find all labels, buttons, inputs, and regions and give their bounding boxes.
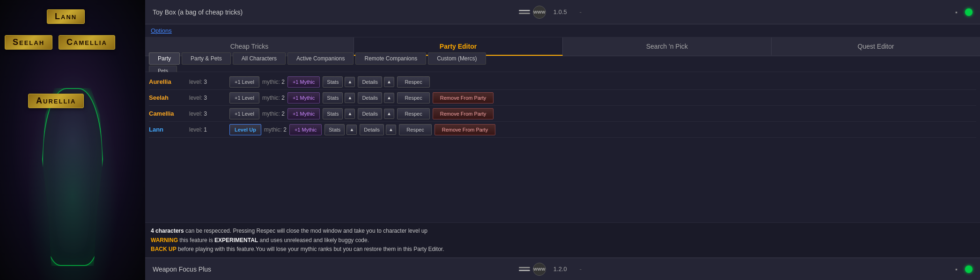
details-group-aurellia: Details ▲ xyxy=(358,76,394,88)
badge-seelah: Camellia xyxy=(59,35,115,50)
btn-details-arrow-lann[interactable]: ▲ xyxy=(386,125,396,135)
btn-level-camellia[interactable]: +1 Level xyxy=(229,108,259,119)
details-group-lann: Details ▲ xyxy=(360,124,396,135)
char-name-aurellia: Aurellia xyxy=(149,78,186,85)
btn-respec-lann[interactable]: Respec xyxy=(399,124,432,135)
mythic-label-lann: mythic: 2 xyxy=(264,126,287,133)
btn-details-arrow-aurellia[interactable]: ▲ xyxy=(384,77,394,87)
btn-details-arrow-camellia[interactable]: ▲ xyxy=(384,109,394,119)
status-dot-2 xyxy=(965,265,973,273)
char-level-camellia: level: 3 xyxy=(189,111,227,117)
btn-level-seelah[interactable]: +1 Level xyxy=(229,92,259,103)
sub-tab-remote-companions[interactable]: Remote Companions xyxy=(355,52,426,65)
info-line-2: WARNING this feature is EXPERIMENTAL and… xyxy=(151,236,974,245)
btn-mythic-seelah[interactable]: +1 Mythic xyxy=(287,92,320,103)
info-text-1: can be respecced. Pressing Respec will c… xyxy=(184,228,427,234)
btn-stats-seelah[interactable]: Stats xyxy=(323,92,343,103)
details-group-camellia: Details ▲ xyxy=(358,108,394,119)
pin-icon[interactable]: ▪ xyxy=(955,8,958,16)
btn-remove-camellia[interactable]: Remove From Party xyxy=(433,108,494,119)
sub-tab-party[interactable]: Party xyxy=(149,52,180,65)
btn-remove-seelah[interactable]: Remove From Party xyxy=(433,92,494,103)
dash-separator: - xyxy=(580,8,582,15)
options-link[interactable]: Options xyxy=(151,27,172,34)
version-2: 1.2.0 xyxy=(553,265,572,273)
btn-level-aurellia[interactable]: +1 Level xyxy=(229,76,259,88)
mythic-label-camellia: mythic: 2 xyxy=(262,111,285,117)
info-line-1: 4 characters can be respecced. Pressing … xyxy=(151,227,974,236)
www-icon[interactable]: WWW xyxy=(533,6,546,19)
conn-line-2 xyxy=(519,13,530,14)
char-level-lann: level: 1 xyxy=(189,126,227,133)
connection-icon-2 xyxy=(519,267,530,271)
info-panel: 4 characters can be respecced. Pressing … xyxy=(145,222,980,258)
tab-quest-editor[interactable]: Quest Editor xyxy=(772,37,980,56)
table-row: Seelah level: 3 +1 Level mythic: 2 +1 My… xyxy=(149,90,976,106)
badge-lann: Lann xyxy=(47,9,85,24)
info-text-3: and uses unreleased and likely buggy cod… xyxy=(258,237,369,243)
badge-aurellia: Aurellia xyxy=(28,94,84,108)
info-line-3: BACK UP before playing with this feature… xyxy=(151,245,974,254)
top-bar: Toy Box (a bag of cheap tricks) WWW 1.0.… xyxy=(145,0,980,24)
left-panel: Lann Seelah Camellia Aurellia xyxy=(0,0,145,280)
sub-tab-bar: Party Party & Pets All Characters Active… xyxy=(145,56,980,72)
bottom-plugin-bar-1: Weapon Focus Plus WWW 1.2.0 - ▪ xyxy=(145,258,980,280)
btn-details-lann[interactable]: Details xyxy=(360,124,384,135)
pin-icon-2[interactable]: ▪ xyxy=(955,265,958,273)
right-panel: Toy Box (a bag of cheap tricks) WWW 1.0.… xyxy=(145,0,980,280)
mythic-label-aurellia: mythic: 2 xyxy=(262,79,285,85)
btn-respec-camellia[interactable]: Respec xyxy=(397,108,430,119)
conn-line xyxy=(519,10,530,11)
www-icon-2[interactable]: WWW xyxy=(533,263,546,276)
btn-respec-seelah[interactable]: Respec xyxy=(397,92,430,103)
dash-2: - xyxy=(580,265,582,273)
conn-line-4 xyxy=(519,270,530,271)
btn-details-camellia[interactable]: Details xyxy=(358,108,382,119)
backup-label: BACK UP xyxy=(151,246,177,252)
char-level-aurellia: level: 3 xyxy=(189,79,227,85)
sub-tab-all-characters[interactable]: All Characters xyxy=(233,52,286,65)
btn-stats-arrow-aurellia[interactable]: ▲ xyxy=(345,77,355,87)
sub-tab-party-pets[interactable]: Party & Pets xyxy=(182,52,231,65)
btn-stats-arrow-seelah[interactable]: ▲ xyxy=(345,93,355,103)
table-row: Aurellia level: 3 +1 Level mythic: 2 +1 … xyxy=(149,74,976,90)
btn-details-arrow-seelah[interactable]: ▲ xyxy=(384,93,394,103)
mythic-label-seelah: mythic: 2 xyxy=(262,95,285,101)
btn-stats-arrow-camellia[interactable]: ▲ xyxy=(345,109,355,119)
status-dot xyxy=(965,8,973,16)
char-name-camellia: Camellia xyxy=(149,110,186,117)
btn-mythic-aurellia[interactable]: +1 Mythic xyxy=(287,76,320,88)
char-name-seelah: Seelah xyxy=(149,94,186,101)
conn-line-3 xyxy=(519,267,530,268)
sub-tab-custom-mercs[interactable]: Custom (Mercs) xyxy=(428,52,486,65)
btn-mythic-lann[interactable]: +1 Mythic xyxy=(289,124,322,135)
btn-remove-lann[interactable]: Remove From Party xyxy=(435,124,495,135)
btn-stats-lann[interactable]: Stats xyxy=(324,124,345,135)
experimental-label: EXPERIMENTAL xyxy=(214,237,258,243)
character-outline xyxy=(42,88,103,266)
party-table: Aurellia level: 3 +1 Level mythic: 2 +1 … xyxy=(145,72,980,222)
btn-mythic-camellia[interactable]: +1 Mythic xyxy=(287,108,320,119)
tab-search-pick[interactable]: Search 'n Pick xyxy=(563,37,772,56)
info-text-2: this feature is xyxy=(178,237,214,243)
options-bar: Options xyxy=(145,24,980,37)
table-row: Lann level: 1 Level Up mythic: 2 +1 Myth… xyxy=(149,122,976,138)
char-level-seelah: level: 3 xyxy=(189,95,227,101)
btn-level-lann[interactable]: Level Up xyxy=(229,124,261,135)
stats-group-seelah: Stats ▲ xyxy=(323,92,355,103)
warning-label: WARNING xyxy=(151,237,178,243)
btn-details-aurellia[interactable]: Details xyxy=(358,76,382,88)
info-text-4: before playing with this feature.You wil… xyxy=(177,246,444,252)
btn-stats-arrow-lann[interactable]: ▲ xyxy=(346,125,357,135)
char-name-lann: Lann xyxy=(149,126,186,133)
stats-group-aurellia: Stats ▲ xyxy=(323,76,355,88)
info-bold-1: 4 characters xyxy=(151,228,184,234)
btn-stats-aurellia[interactable]: Stats xyxy=(323,76,343,88)
badge-camellia: Seelah xyxy=(5,35,52,50)
btn-details-seelah[interactable]: Details xyxy=(358,92,382,103)
stats-group-camellia: Stats ▲ xyxy=(323,108,355,119)
sub-tab-active-companions[interactable]: Active Companions xyxy=(287,52,354,65)
btn-respec-aurellia[interactable]: Respec xyxy=(397,76,430,88)
btn-stats-camellia[interactable]: Stats xyxy=(323,108,343,119)
plugin-name: Toy Box (a bag of cheap tricks) xyxy=(153,8,511,16)
